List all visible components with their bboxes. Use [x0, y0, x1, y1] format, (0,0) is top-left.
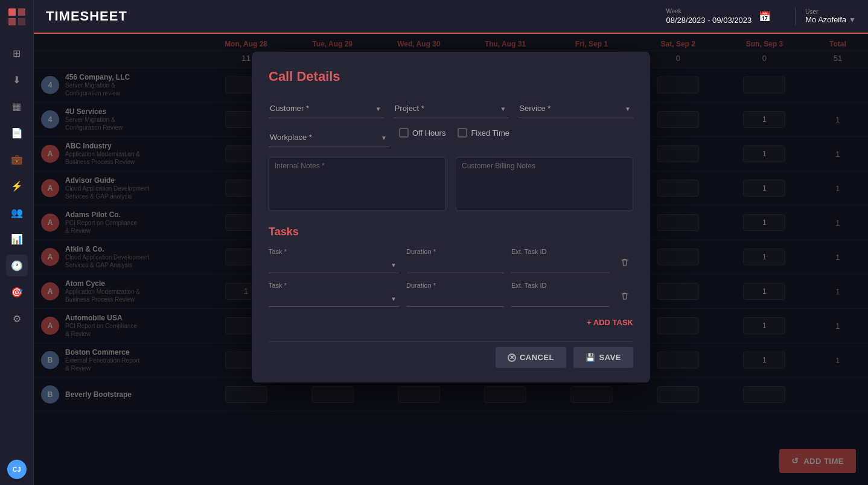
workplace-select[interactable]: Workplace *: [269, 128, 389, 147]
form-row-1: Customer * ▼ Project * ▼ Service *: [269, 99, 633, 118]
chevron-down-icon: ▼: [849, 16, 856, 24]
task-2-duration-field: Duration *: [406, 282, 504, 307]
task-2-ext-label: Ext. Task ID: [511, 282, 609, 289]
task-1-field: Task * ▼: [269, 248, 399, 273]
notes-row: Internal Notes * Customer Billing Notes: [269, 157, 633, 214]
task-2-field: Task * ▼: [269, 282, 399, 307]
page-title: TIMESHEET: [46, 8, 127, 24]
project-select[interactable]: Project *: [394, 99, 509, 118]
billing-notes-field: Customer Billing Notes: [456, 157, 633, 214]
svg-rect-1: [18, 8, 25, 16]
svg-rect-2: [8, 18, 16, 25]
sidebar-item-documents[interactable]: 📄: [6, 122, 28, 144]
off-hours-label: Off Hours: [412, 128, 445, 138]
workplace-field: Workplace * ▼: [269, 128, 389, 147]
cancel-label: CANCEL: [520, 353, 554, 362]
service-field: Service * ▼: [518, 99, 633, 118]
task-row-2: Task * ▼ Duration * Ext. Task ID: [269, 282, 633, 307]
user-selector: User Mo Azofeifa ▼: [805, 8, 856, 24]
task-1-duration-field: Duration *: [406, 248, 504, 273]
calendar-icon[interactable]: 📅: [759, 11, 771, 22]
service-select[interactable]: Service *: [518, 99, 633, 118]
customer-field: Customer * ▼: [269, 99, 384, 118]
task-1-select[interactable]: [269, 256, 399, 273]
sidebar-item-dashboard[interactable]: ⊞: [6, 42, 28, 64]
sidebar-item-work[interactable]: 💼: [6, 148, 28, 170]
customer-select[interactable]: Customer *: [269, 99, 384, 118]
svg-rect-3: [18, 18, 25, 25]
call-details-modal: Call Details Customer * ▼ Project * ▼: [252, 52, 650, 382]
week-selector: Week 08/28/2023 - 09/03/2023 📅: [666, 8, 771, 25]
svg-rect-0: [8, 8, 16, 16]
task-1-ext-input[interactable]: [511, 256, 609, 273]
form-row-2: Workplace * ▼ Off Hours Fixed Time: [269, 128, 633, 147]
user-label: User: [805, 8, 856, 15]
task-2-ext-input[interactable]: [511, 290, 609, 307]
sidebar-item-billing[interactable]: ⚡: [6, 175, 28, 197]
task-1-ext-field: Ext. Task ID: [511, 248, 609, 273]
save-icon: 💾: [586, 353, 596, 362]
project-field: Project * ▼: [394, 99, 509, 118]
internal-notes-field: Internal Notes *: [269, 157, 446, 214]
user-value: Mo Azofeifa: [805, 15, 846, 24]
off-hours-checkbox-label[interactable]: Off Hours: [399, 128, 445, 138]
task-1-label: Task *: [269, 248, 399, 255]
sidebar-item-analytics[interactable]: 📊: [6, 228, 28, 250]
task-2-delete-button[interactable]: [616, 288, 633, 305]
content-area: Mon, Aug 28 Tue, Aug 29 Wed, Aug 30 Thu,…: [34, 34, 868, 485]
task-1-ext-label: Ext. Task ID: [511, 248, 609, 255]
save-label: SAVE: [599, 353, 621, 362]
app-logo: [6, 6, 28, 28]
modal-footer: ✕ CANCEL 💾 SAVE: [269, 341, 633, 368]
task-1-duration-label: Duration *: [406, 248, 504, 255]
sidebar-item-time[interactable]: 🕐: [6, 255, 28, 276]
task-2-select[interactable]: [269, 290, 399, 307]
modal-title: Call Details: [269, 69, 633, 84]
task-1-duration-input[interactable]: [406, 256, 504, 273]
user-avatar[interactable]: CJ: [7, 460, 27, 479]
user-select[interactable]: Mo Azofeifa ▼: [805, 15, 856, 24]
checkbox-row: Off Hours Fixed Time: [399, 128, 509, 138]
fixed-time-label: Fixed Time: [471, 128, 509, 138]
task-2-duration-input[interactable]: [406, 290, 504, 307]
task-row-1: Task * ▼ Duration * Ext. Task ID: [269, 248, 633, 273]
sidebar-item-inbox[interactable]: ⬇: [6, 69, 28, 90]
header-divider: [795, 7, 796, 25]
cancel-icon: ✕: [508, 353, 516, 362]
main-content: TIMESHEET Week 08/28/2023 - 09/03/2023 📅…: [34, 0, 868, 485]
task-2-duration-label: Duration *: [406, 282, 504, 289]
save-button[interactable]: 💾 SAVE: [573, 347, 633, 368]
task-2-ext-field: Ext. Task ID: [511, 282, 609, 307]
task-2-label: Task *: [269, 282, 399, 289]
sidebar-item-projects[interactable]: 🎯: [6, 281, 28, 303]
sidebar-item-settings[interactable]: ⚙: [6, 308, 28, 329]
cancel-button[interactable]: ✕ CANCEL: [496, 347, 566, 368]
sidebar: ⊞ ⬇ ▦ 📄 💼 ⚡ 👥 📊 🕐 🎯 ⚙ CJ: [0, 0, 34, 485]
fixed-time-checkbox-label[interactable]: Fixed Time: [458, 128, 509, 138]
internal-notes-textarea[interactable]: [269, 157, 446, 211]
modal-overlay[interactable]: Call Details Customer * ▼ Project * ▼: [34, 34, 868, 485]
header: TIMESHEET Week 08/28/2023 - 09/03/2023 📅…: [34, 0, 868, 34]
billing-notes-textarea[interactable]: [456, 157, 633, 211]
sidebar-item-clients[interactable]: 👥: [6, 201, 28, 223]
add-task-button[interactable]: + ADD TASK: [587, 315, 633, 329]
fixed-time-checkbox[interactable]: [458, 128, 467, 138]
week-value: 08/28/2023 - 09/03/2023: [666, 16, 752, 25]
task-1-delete-button[interactable]: [616, 254, 633, 271]
off-hours-checkbox[interactable]: [399, 128, 409, 138]
week-label: Week: [666, 8, 752, 14]
add-task-row: + ADD TASK: [269, 315, 633, 329]
sidebar-item-reports[interactable]: ▦: [6, 95, 28, 117]
tasks-title: Tasks: [269, 226, 633, 238]
